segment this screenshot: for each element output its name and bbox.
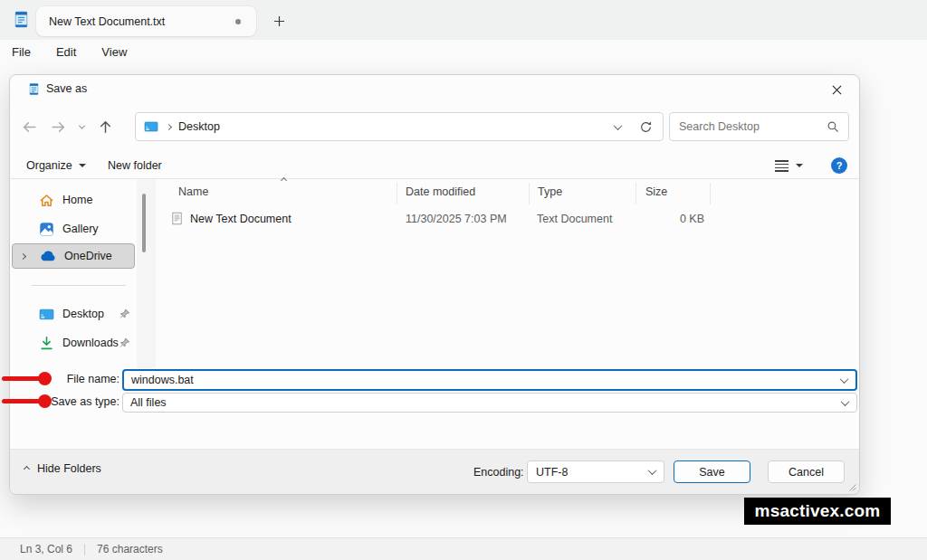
sidebar-item-label: OneDrive: [64, 250, 112, 262]
dropdown-triangle-icon: [79, 164, 86, 167]
sidebar-item-home[interactable]: Home: [12, 189, 135, 211]
back-button[interactable]: [22, 119, 37, 135]
sidebar-item-gallery[interactable]: Gallery: [12, 218, 135, 240]
view-options-button[interactable]: [775, 153, 803, 178]
save-as-dialog: Save as: [9, 74, 860, 495]
help-button[interactable]: ?: [831, 157, 847, 174]
desktop-icon: [39, 307, 54, 322]
menu-item-view[interactable]: View: [91, 40, 137, 65]
unsaved-indicator-dot: [235, 19, 241, 24]
watermark: msactivex.com: [744, 498, 891, 525]
expand-chevron-icon[interactable]: [20, 252, 26, 259]
tab-bar: New Text Document.txt: [0, 0, 927, 40]
view-dropdown-icon: [796, 164, 803, 167]
status-character-count: 76 characters: [97, 543, 163, 555]
file-name-dropdown-button[interactable]: [832, 377, 855, 384]
command-bar: Organize New folder ?: [10, 153, 859, 178]
annotation-line: [2, 376, 43, 381]
column-divider[interactable]: [397, 183, 397, 204]
annotation-arrow-save-as-type: [2, 394, 54, 408]
new-folder-button[interactable]: New folder: [108, 153, 162, 178]
annotation-line: [2, 399, 43, 403]
save-as-type-value: All files: [123, 396, 833, 409]
question-mark-icon: ?: [836, 160, 843, 171]
column-header-name[interactable]: Name: [178, 185, 208, 198]
sidebar-item-onedrive[interactable]: OneDrive: [12, 243, 135, 269]
menu-bar: File Edit View: [2, 40, 142, 65]
recent-locations-button[interactable]: [79, 122, 85, 128]
forward-button[interactable]: [51, 119, 66, 135]
search-icon: [827, 120, 839, 133]
annotation-arrow-file-name: [2, 372, 54, 385]
chevron-down-icon: [839, 375, 848, 384]
sidebar-scrollbar-thumb[interactable]: [142, 194, 146, 252]
hide-folders-button[interactable]: Hide Folders: [24, 462, 101, 475]
column-header-size[interactable]: Size: [645, 185, 667, 198]
sidebar-separator: [32, 285, 126, 286]
history-buttons: [22, 112, 113, 141]
encoding-dropdown-button[interactable]: [640, 469, 664, 475]
notepad-icon: [27, 82, 41, 96]
column-divider[interactable]: [529, 183, 530, 204]
address-bar[interactable]: Desktop: [135, 112, 664, 141]
organize-label: Organize: [26, 159, 72, 172]
close-button[interactable]: [823, 78, 850, 101]
status-divider: [84, 544, 85, 555]
organize-button[interactable]: Organize: [26, 153, 86, 178]
desktop-icon: [144, 119, 158, 134]
save-as-type-dropdown-button[interactable]: [833, 400, 856, 406]
notepad-window: New Text Document.txt File Edit View Sav…: [0, 0, 927, 560]
chevron-down-icon: [647, 466, 656, 475]
plus-icon: [273, 15, 285, 27]
chevron-down-icon: [840, 397, 849, 406]
column-divider[interactable]: [710, 183, 711, 204]
chevron-up-icon: [24, 465, 30, 471]
tab-title: New Text Document.txt: [49, 15, 165, 28]
annotation-dot: [38, 372, 52, 385]
document-tab[interactable]: New Text Document.txt: [36, 6, 256, 36]
sidebar-item-label: Downloads: [62, 337, 119, 349]
pin-icon: [119, 337, 130, 349]
gallery-icon: [39, 222, 54, 237]
up-button[interactable]: [98, 119, 113, 135]
list-view-icon: [775, 160, 788, 172]
save-as-type-combobox[interactable]: All files: [122, 393, 857, 413]
sidebar-scrollbar-track[interactable]: [137, 179, 156, 368]
file-date-cell: 11/30/2025 7:03 PM: [406, 213, 507, 225]
menu-item-edit[interactable]: Edit: [46, 40, 86, 65]
file-name-input[interactable]: [124, 374, 832, 386]
hide-folders-label: Hide Folders: [37, 462, 101, 475]
column-header-type[interactable]: Type: [538, 185, 562, 198]
file-type-cell: Text Document: [537, 213, 612, 225]
file-size-cell: 0 KB: [644, 213, 704, 225]
menu-item-file[interactable]: File: [2, 40, 41, 65]
downloads-icon: [39, 336, 54, 351]
column-divider[interactable]: [636, 183, 636, 204]
cancel-button[interactable]: Cancel: [768, 460, 845, 483]
file-row[interactable]: New Text Document 11/30/2025 7:03 PM Tex…: [164, 207, 716, 231]
file-name-combobox: [122, 369, 857, 391]
save-button[interactable]: Save: [674, 460, 750, 483]
refresh-button[interactable]: [639, 120, 653, 134]
pin-icon: [119, 308, 130, 320]
new-folder-label: New folder: [108, 159, 162, 172]
breadcrumb-location[interactable]: Desktop: [178, 120, 220, 133]
sidebar-item-label: Home: [62, 194, 92, 206]
resize-grip[interactable]: [847, 482, 856, 491]
sidebar-item-label: Gallery: [62, 223, 99, 235]
new-tab-button[interactable]: [268, 10, 290, 32]
notepad-app-icon: [12, 10, 31, 29]
encoding-combobox[interactable]: UTF-8: [527, 460, 664, 483]
annotation-dot: [38, 394, 52, 408]
column-header-date-modified[interactable]: Date modified: [406, 185, 475, 198]
onedrive-icon: [40, 251, 56, 261]
sidebar-item-downloads[interactable]: Downloads: [12, 332, 135, 354]
sidebar-item-desktop[interactable]: Desktop: [12, 303, 135, 325]
search-input[interactable]: [679, 120, 827, 133]
sidebar-item-label: Desktop: [62, 308, 104, 320]
dialog-titlebar: Save as: [10, 75, 859, 104]
encoding-label: Encoding:: [473, 466, 524, 479]
address-dropdown-button[interactable]: [614, 121, 623, 130]
home-icon: [39, 193, 54, 208]
close-icon: [832, 85, 842, 95]
